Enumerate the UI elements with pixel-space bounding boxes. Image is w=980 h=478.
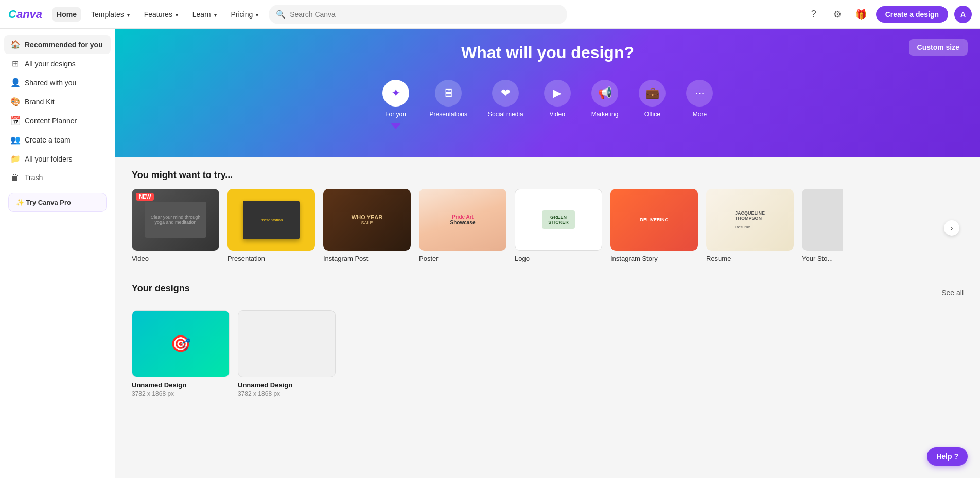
custom-size-button[interactable]: Custom size xyxy=(909,39,968,56)
template-label-logo: Logo xyxy=(515,255,602,262)
home-icon: 🏠 xyxy=(10,40,20,49)
topbar-icons: ? ⚙ 🎁 Create a design A xyxy=(805,6,972,23)
nav-templates[interactable]: Templates ▾ xyxy=(87,7,134,22)
design-cards-row: 🎯 Unnamed Design 3782 x 1868 px Unnamed … xyxy=(132,310,964,397)
nav-features[interactable]: Features ▾ xyxy=(140,7,182,22)
designs-header: Your designs See all xyxy=(132,283,964,302)
template-thumb-your-story xyxy=(802,189,843,251)
video-icon: ▶ xyxy=(544,80,571,107)
hero-banner: What will you design? Custom size ✦ For … xyxy=(115,29,980,157)
settings-icon[interactable]: ⚙ xyxy=(829,6,846,23)
brand-icon: 🎨 xyxy=(10,97,20,107)
topbar: Canva Home Templates ▾ Features ▾ Learn … xyxy=(0,0,980,29)
gift-icon[interactable]: 🎁 xyxy=(852,6,870,23)
see-all-link[interactable]: See all xyxy=(941,289,964,297)
trash-icon: 🗑 xyxy=(10,173,20,182)
template-thumb-presentation: Presentation xyxy=(227,189,315,251)
sidebar: 🏠 Recommended for you ⊞ All your designs… xyxy=(0,29,115,478)
template-thumb-video: NEW Clear your mind throughyoga and medi… xyxy=(132,189,219,251)
sidebar-item-trash[interactable]: 🗑 Trash xyxy=(4,168,111,187)
category-more[interactable]: ··· More xyxy=(679,75,720,123)
search-input[interactable] xyxy=(290,10,560,19)
content-area: You might want to try... NEW Clear your … xyxy=(115,157,980,410)
sidebar-item-content-planner[interactable]: 📅 Content Planner xyxy=(4,111,111,130)
template-label-your-story: Your Sto... xyxy=(802,255,843,262)
template-card-logo[interactable]: GREENSTICKER Logo xyxy=(515,189,602,262)
design-card-1[interactable]: 🎯 Unnamed Design 3782 x 1868 px xyxy=(132,310,230,397)
sidebar-label-trash: Trash xyxy=(25,173,43,182)
for-you-icon: ✦ xyxy=(382,80,409,107)
category-marketing[interactable]: 📢 Marketing xyxy=(584,75,626,123)
nav-learn[interactable]: Learn ▾ xyxy=(188,7,221,22)
nav-home[interactable]: Home xyxy=(52,7,81,22)
sidebar-label-content-planner: Content Planner xyxy=(25,117,77,125)
grid-icon: ⊞ xyxy=(10,59,20,68)
cards-container: NEW Clear your mind throughyoga and medi… xyxy=(132,189,964,267)
sidebar-label-brand-kit: Brand Kit xyxy=(25,98,55,106)
your-designs-title: Your designs xyxy=(132,283,190,294)
design-card-2[interactable]: Unnamed Design 3782 x 1868 px xyxy=(238,310,336,397)
category-for-you[interactable]: ✦ For you xyxy=(375,75,416,123)
category-presentations[interactable]: 🖥 Presentations xyxy=(423,75,475,123)
try-section: You might want to try... NEW Clear your … xyxy=(132,170,964,267)
template-card-instagram-post[interactable]: WHO YEAR SALE Instagram Post xyxy=(323,189,411,262)
help-button[interactable]: Help ? xyxy=(927,447,968,466)
sidebar-label-all-folders: All your folders xyxy=(25,155,73,163)
sidebar-item-all-designs[interactable]: ⊞ All your designs xyxy=(4,54,111,73)
category-office[interactable]: 💼 Office xyxy=(632,75,673,123)
sidebar-item-create-team[interactable]: 👥 Create a team xyxy=(4,130,111,149)
video-label: Video xyxy=(549,111,565,118)
template-cards-row: NEW Clear your mind throughyoga and medi… xyxy=(132,189,964,267)
template-thumb-logo: GREENSTICKER xyxy=(515,189,602,251)
search-bar: 🔍 xyxy=(269,5,567,24)
hero-title: What will you design? xyxy=(132,43,964,62)
template-thumb-resume: JACQUELINETHOMPSON Resume xyxy=(706,189,794,251)
template-label-presentation: Presentation xyxy=(227,255,315,262)
marketing-label: Marketing xyxy=(591,111,619,118)
sidebar-section-main: 🏠 Recommended for you ⊞ All your designs… xyxy=(4,35,111,187)
team-icon: 👥 xyxy=(10,135,20,145)
template-card-instagram-story[interactable]: DELIVERING Instagram Story xyxy=(610,189,698,262)
sidebar-item-recommended[interactable]: 🏠 Recommended for you xyxy=(4,35,111,54)
category-video[interactable]: ▶ Video xyxy=(537,75,578,123)
new-badge: NEW xyxy=(136,193,154,201)
folder-icon: 📁 xyxy=(10,154,20,164)
design-name-2: Unnamed Design xyxy=(238,381,336,389)
try-section-title: You might want to try... xyxy=(132,170,964,181)
your-designs-section: Your designs See all 🎯 Unnamed Design 37… xyxy=(132,283,964,397)
template-label-resume: Resume xyxy=(706,255,794,262)
template-card-presentation[interactable]: Presentation Presentation xyxy=(227,189,315,262)
sidebar-item-all-folders[interactable]: 📁 All your folders xyxy=(4,149,111,168)
sidebar-label-all-designs: All your designs xyxy=(25,60,76,68)
nav-pricing[interactable]: Pricing ▾ xyxy=(227,7,263,22)
template-label-instagram-story: Instagram Story xyxy=(610,255,698,262)
sidebar-label-shared: Shared with you xyxy=(25,79,76,87)
sidebar-item-brand-kit[interactable]: 🎨 Brand Kit xyxy=(4,92,111,111)
template-thumb-instagram-story: DELIVERING xyxy=(610,189,698,251)
sidebar-label-create-team: Create a team xyxy=(25,136,71,144)
try-canva-pro-button[interactable]: ✨ Try Canva Pro xyxy=(8,193,107,212)
office-label: Office xyxy=(644,111,660,118)
create-design-button[interactable]: Create a design xyxy=(876,6,948,23)
template-thumb-poster: Pride Art Showcase xyxy=(419,189,506,251)
template-label-poster: Poster xyxy=(419,255,506,262)
more-label: More xyxy=(693,111,707,118)
help-icon[interactable]: ? xyxy=(805,6,822,23)
avatar[interactable]: A xyxy=(954,6,972,23)
template-card-resume[interactable]: JACQUELINETHOMPSON Resume Resume xyxy=(706,189,794,262)
template-card-poster[interactable]: Pride Art Showcase Poster xyxy=(419,189,506,262)
marketing-icon: 📢 xyxy=(591,80,618,107)
sidebar-item-shared[interactable]: 👤 Shared with you xyxy=(4,73,111,92)
canva-logo[interactable]: Canva xyxy=(8,8,42,21)
design-thumb-2 xyxy=(238,310,336,377)
category-social-media[interactable]: ❤ Social media xyxy=(481,75,531,123)
design-size-1: 3782 x 1868 px xyxy=(132,390,230,397)
calendar-icon: 📅 xyxy=(10,116,20,126)
template-card-video[interactable]: NEW Clear your mind throughyoga and medi… xyxy=(132,189,219,262)
template-label-instagram-post: Instagram Post xyxy=(323,255,411,262)
design-thumb-1: 🎯 xyxy=(132,310,230,377)
share-icon: 👤 xyxy=(10,78,20,87)
more-icon: ··· xyxy=(686,80,713,107)
next-arrow-button[interactable]: › xyxy=(944,220,959,236)
template-card-your-story[interactable]: Your Sto... xyxy=(802,189,843,262)
